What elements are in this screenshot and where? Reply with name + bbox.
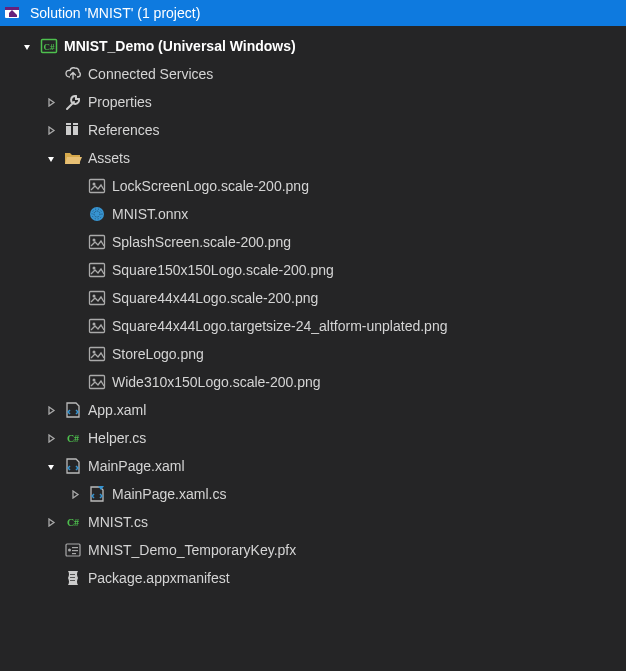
file-label: MNIST.cs [88, 514, 148, 530]
file-label: MNIST.onnx [112, 206, 188, 222]
expand-toggle-icon[interactable] [44, 151, 58, 165]
project-node[interactable]: MNIST_Demo (Universal Windows) [0, 32, 626, 60]
certificate-file-icon [64, 541, 82, 559]
image-file-icon [88, 373, 106, 391]
file-label: Wide310x150Logo.scale-200.png [112, 374, 321, 390]
connected-services-label: Connected Services [88, 66, 213, 82]
expand-toggle-icon[interactable] [44, 459, 58, 473]
asset-file-node[interactable]: LockScreenLogo.scale-200.png [0, 172, 626, 200]
asset-file-node[interactable]: StoreLogo.png [0, 340, 626, 368]
solution-icon [4, 4, 22, 22]
expand-toggle-icon[interactable] [20, 39, 34, 53]
mainpage-xaml-cs-node[interactable]: MainPage.xaml.cs [0, 480, 626, 508]
file-label: App.xaml [88, 402, 146, 418]
references-icon [64, 121, 82, 139]
csharp-project-icon [40, 37, 58, 55]
image-file-icon [88, 345, 106, 363]
asset-file-node[interactable]: Square44x44Logo.targetsize-24_altform-un… [0, 312, 626, 340]
image-file-icon [88, 317, 106, 335]
manifest-file-icon [64, 569, 82, 587]
wrench-icon [64, 93, 82, 111]
pfx-file-node[interactable]: MNIST_Demo_TemporaryKey.pfx [0, 536, 626, 564]
onnx-file-icon [88, 205, 106, 223]
file-label: StoreLogo.png [112, 346, 204, 362]
xaml-codebehind-icon [88, 485, 106, 503]
file-label: Helper.cs [88, 430, 146, 446]
mnist-cs-node[interactable]: MNIST.cs [0, 508, 626, 536]
file-label: MainPage.xaml [88, 458, 185, 474]
helper-cs-node[interactable]: Helper.cs [0, 424, 626, 452]
file-label: LockScreenLogo.scale-200.png [112, 178, 309, 194]
solution-titlebar[interactable]: Solution 'MNIST' (1 project) [0, 0, 626, 26]
asset-file-node[interactable]: MNIST.onnx [0, 200, 626, 228]
expand-toggle-icon[interactable] [44, 95, 58, 109]
expand-toggle-icon[interactable] [44, 403, 58, 417]
expand-toggle-icon[interactable] [44, 431, 58, 445]
image-file-icon [88, 289, 106, 307]
csharp-file-icon [64, 429, 82, 447]
connected-services-node[interactable]: Connected Services [0, 60, 626, 88]
project-label: MNIST_Demo (Universal Windows) [64, 38, 296, 54]
manifest-file-node[interactable]: Package.appxmanifest [0, 564, 626, 592]
solution-title: Solution 'MNIST' (1 project) [30, 5, 200, 21]
assets-label: Assets [88, 150, 130, 166]
references-node[interactable]: References [0, 116, 626, 144]
expand-toggle-icon[interactable] [44, 123, 58, 137]
asset-file-node[interactable]: Wide310x150Logo.scale-200.png [0, 368, 626, 396]
csharp-file-icon [64, 513, 82, 531]
properties-label: Properties [88, 94, 152, 110]
file-label: Square150x150Logo.scale-200.png [112, 262, 334, 278]
asset-file-node[interactable]: Square150x150Logo.scale-200.png [0, 256, 626, 284]
expand-toggle-icon[interactable] [44, 515, 58, 529]
image-file-icon [88, 177, 106, 195]
solution-tree: MNIST_Demo (Universal Windows) Connected… [0, 26, 626, 592]
file-label: Package.appxmanifest [88, 570, 230, 586]
expand-toggle-icon[interactable] [68, 487, 82, 501]
xaml-file-icon [64, 401, 82, 419]
properties-node[interactable]: Properties [0, 88, 626, 116]
app-xaml-node[interactable]: App.xaml [0, 396, 626, 424]
xaml-file-icon [64, 457, 82, 475]
image-file-icon [88, 261, 106, 279]
file-label: Square44x44Logo.targetsize-24_altform-un… [112, 318, 447, 334]
image-file-icon [88, 233, 106, 251]
file-label: MainPage.xaml.cs [112, 486, 226, 502]
assets-folder-node[interactable]: Assets [0, 144, 626, 172]
folder-open-icon [64, 149, 82, 167]
file-label: Square44x44Logo.scale-200.png [112, 290, 318, 306]
asset-file-node[interactable]: SplashScreen.scale-200.png [0, 228, 626, 256]
file-label: SplashScreen.scale-200.png [112, 234, 291, 250]
asset-file-node[interactable]: Square44x44Logo.scale-200.png [0, 284, 626, 312]
mainpage-xaml-node[interactable]: MainPage.xaml [0, 452, 626, 480]
references-label: References [88, 122, 160, 138]
cloud-icon [64, 65, 82, 83]
file-label: MNIST_Demo_TemporaryKey.pfx [88, 542, 296, 558]
